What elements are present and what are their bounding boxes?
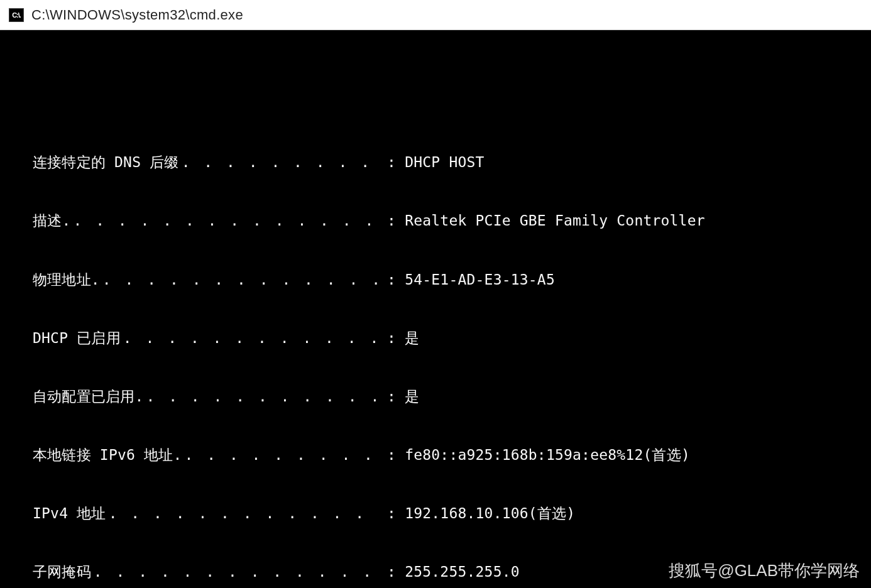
row-description: 描述. . . . . . . . . . . . . . . . . . . … [0, 211, 871, 231]
row-subnet-mask: 子网掩码 . . . . . . . . . . . . . . . . . .… [0, 562, 871, 582]
cmd-icon-label: C:\. [12, 11, 21, 19]
row-autoconf-enabled: 自动配置已启用. . . . . . . . . . . . . . . . .… [0, 387, 871, 406]
window-title: C:\WINDOWS\system32\cmd.exe [31, 7, 243, 23]
cmd-icon: C:\. [9, 8, 24, 22]
row-ipv4-address: IPv4 地址 . . . . . . . . . . . . . . . . … [0, 504, 871, 523]
title-bar[interactable]: C:\. C:\WINDOWS\system32\cmd.exe [0, 0, 871, 30]
row-dhcp-enabled: DHCP 已启用 . . . . . . . . . . . . . . . .… [0, 329, 871, 348]
adapter1-block: 连接特定的 DNS 后缀 . . . . . . . . . . . . . .… [0, 114, 871, 588]
row-link-local-ipv6: 本地链接 IPv6 地址. . . . . . . . . . . . . . … [0, 445, 871, 465]
row-dns-suffix: 连接特定的 DNS 后缀 . . . . . . . . . . . . . .… [0, 153, 871, 172]
row-physical-address: 物理地址. . . . . . . . . . . . . . . . . . … [0, 270, 871, 290]
terminal-output[interactable]: 连接特定的 DNS 后缀 . . . . . . . . . . . . . .… [0, 30, 871, 588]
